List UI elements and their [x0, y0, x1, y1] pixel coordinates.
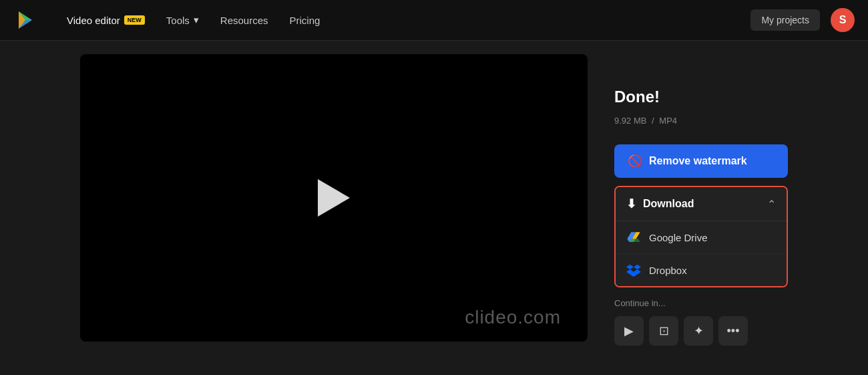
header: Video editor NEW Tools ▾ Resources Prici… [0, 0, 868, 41]
more-icon: ••• [727, 324, 740, 338]
avatar[interactable]: S [831, 8, 855, 32]
dropbox-icon [626, 263, 641, 277]
my-projects-button[interactable]: My projects [750, 9, 820, 31]
main-nav: Video editor NEW Tools ▾ Resources Prici… [59, 9, 729, 31]
google-drive-option[interactable]: Google Drive [616, 221, 787, 254]
trim-icon: ✦ [694, 324, 704, 338]
continue-buttons: ▶ ⊡ ✦ ••• [614, 316, 788, 346]
play-button[interactable] [318, 179, 350, 217]
continue-video-editor-button[interactable]: ▶ [614, 316, 644, 346]
tools-chevron-icon: ▾ [194, 14, 199, 26]
google-drive-icon [626, 230, 641, 245]
download-dropdown: ⬇ Download ⌃ Google Drive [614, 186, 788, 287]
download-icon: ⬇ [626, 197, 636, 211]
remove-watermark-button[interactable]: 🚫 Remove watermark [614, 144, 788, 178]
nav-video-editor[interactable]: Video editor NEW [59, 9, 153, 31]
continue-label: Continue in... [614, 298, 788, 308]
download-button[interactable]: ⬇ Download ⌃ [616, 187, 787, 221]
continue-more-button[interactable]: ••• [718, 316, 748, 346]
video-editor-icon: ▶ [624, 324, 634, 338]
export-panel: Done! 9.92 MB / MP4 🚫 Remove watermark ⬇… [614, 54, 788, 346]
continue-subtitles-button[interactable]: ⊡ [649, 316, 678, 346]
subtitles-icon: ⊡ [659, 324, 669, 338]
nav-resources[interactable]: Resources [212, 9, 276, 31]
logo[interactable] [13, 8, 37, 32]
video-player[interactable]: clideo.com [80, 54, 588, 342]
dropbox-option[interactable]: Dropbox [616, 254, 787, 286]
main-content: clideo.com Done! 9.92 MB / MP4 🚫 Remove … [0, 41, 868, 375]
video-watermark: clideo.com [465, 307, 561, 328]
continue-trim-button[interactable]: ✦ [684, 316, 713, 346]
file-info: 9.92 MB / MP4 [614, 116, 788, 126]
nav-tools[interactable]: Tools ▾ [158, 9, 207, 31]
new-badge: NEW [124, 15, 145, 25]
no-watermark-icon: 🚫 [628, 154, 642, 168]
done-title: Done! [614, 88, 788, 106]
download-chevron-icon: ⌃ [767, 198, 776, 211]
nav-pricing[interactable]: Pricing [282, 9, 329, 31]
header-right: My projects S [750, 8, 855, 32]
